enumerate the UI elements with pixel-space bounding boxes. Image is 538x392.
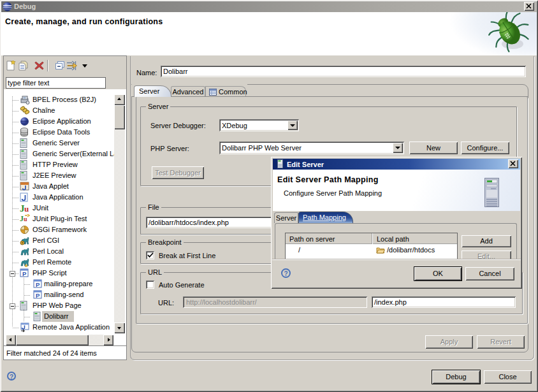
svg-text:P: P [36,292,40,299]
svg-text:P: P [22,270,27,277]
svg-text:P: P [36,281,40,288]
svg-text:u: u [24,215,27,222]
svg-text:u: u [24,204,29,213]
